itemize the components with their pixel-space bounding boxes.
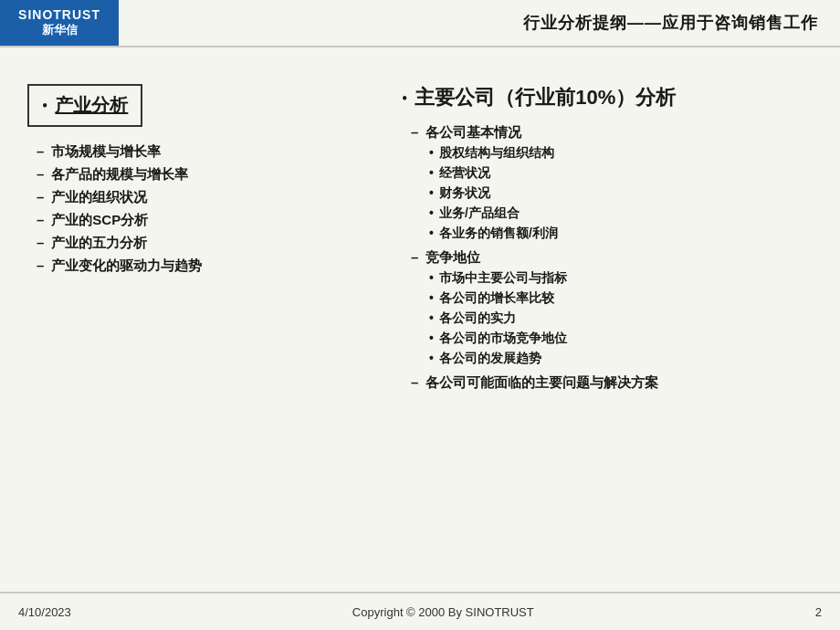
footer: 4/10/2023 Copyright © 2000 By SINOTRUST … <box>0 592 840 630</box>
right-dash-item-2: – 各公司可能面临的主要问题与解决方案 <box>411 374 813 392</box>
logo-top: SINOTRUST <box>18 7 100 22</box>
nested-list-1: •市场中主要公司与指标 •各公司的增长率比较 •各公司的实力 •各公司的市场竞争… <box>429 270 813 367</box>
right-main-bullet: • 主要公司（行业前10%）分析 <box>402 84 813 111</box>
left-sub-list: –市场规模与增长率 –各产品的规模与增长率 –产业的组织状况 –产业的SCP分析… <box>37 143 374 275</box>
right-sub-list: – 各公司基本情况 •股权结构与组织结构 •经营状况 •财务状况 •业务/产品组… <box>411 124 813 392</box>
list-item: •经营状况 <box>429 165 813 182</box>
main-content: • 产业分析 –市场规模与增长率 –各产品的规模与增长率 –产业的组织状况 –产… <box>0 47 840 592</box>
left-column: • 产业分析 –市场规模与增长率 –各产品的规模与增长率 –产业的组织状况 –产… <box>27 84 374 564</box>
nested-list-0: •股权结构与组织结构 •经营状况 •财务状况 •业务/产品组合 •各业务的销售额… <box>429 145 813 242</box>
right-group-0: – 各公司基本情况 •股权结构与组织结构 •经营状况 •财务状况 •业务/产品组… <box>411 124 813 242</box>
bullet-dot: • <box>42 98 47 114</box>
right-dash-item-0: – 各公司基本情况 <box>411 124 813 142</box>
list-item: •业务/产品组合 <box>429 205 813 222</box>
right-group-1: – 竞争地位 •市场中主要公司与指标 •各公司的增长率比较 •各公司的实力 •各… <box>411 249 813 367</box>
footer-copyright: Copyright © 2000 By SINOTRUST <box>352 605 534 619</box>
list-item: –产业的五力分析 <box>37 235 374 252</box>
list-item: –产业的SCP分析 <box>37 212 374 229</box>
right-main-label: 主要公司（行业前10%）分析 <box>415 84 676 111</box>
left-main-label: 产业分析 <box>55 93 128 118</box>
list-item: –产业变化的驱动力与趋势 <box>37 257 374 275</box>
list-item: •各公司的发展趋势 <box>429 351 813 367</box>
list-item: •各公司的实力 <box>429 310 813 327</box>
right-bullet-dot: • <box>402 90 407 107</box>
list-item: •各公司的增长率比较 <box>429 290 813 307</box>
footer-date: 4/10/2023 <box>18 605 71 619</box>
right-column: • 主要公司（行业前10%）分析 – 各公司基本情况 •股权结构与组织结构 •经… <box>402 84 813 564</box>
list-item: •各业务的销售额/利润 <box>429 226 813 242</box>
footer-page: 2 <box>815 605 822 619</box>
list-item: •市场中主要公司与指标 <box>429 270 813 287</box>
header: SINOTRUST 新华信 行业分析提纲——应用于咨询销售工作 <box>0 0 840 47</box>
header-title-area: 行业分析提纲——应用于咨询销售工作 <box>119 0 840 46</box>
right-group-2: – 各公司可能面临的主要问题与解决方案 <box>411 374 813 392</box>
list-item: –市场规模与增长率 <box>37 143 374 161</box>
list-item: –各产品的规模与增长率 <box>37 166 374 184</box>
list-item: •股权结构与组织结构 <box>429 145 813 162</box>
right-dash-item-1: – 竞争地位 <box>411 249 813 267</box>
left-main-section-box: • 产业分析 <box>27 84 142 127</box>
logo-area: SINOTRUST 新华信 <box>0 0 119 46</box>
logo-bottom: 新华信 <box>42 22 78 38</box>
list-item: –产业的组织状况 <box>37 189 374 206</box>
list-item: •财务状况 <box>429 185 813 202</box>
left-main-bullet: • 产业分析 <box>42 93 128 118</box>
list-item: •各公司的市场竞争地位 <box>429 331 813 347</box>
header-title: 行业分析提纲——应用于咨询销售工作 <box>523 12 818 34</box>
